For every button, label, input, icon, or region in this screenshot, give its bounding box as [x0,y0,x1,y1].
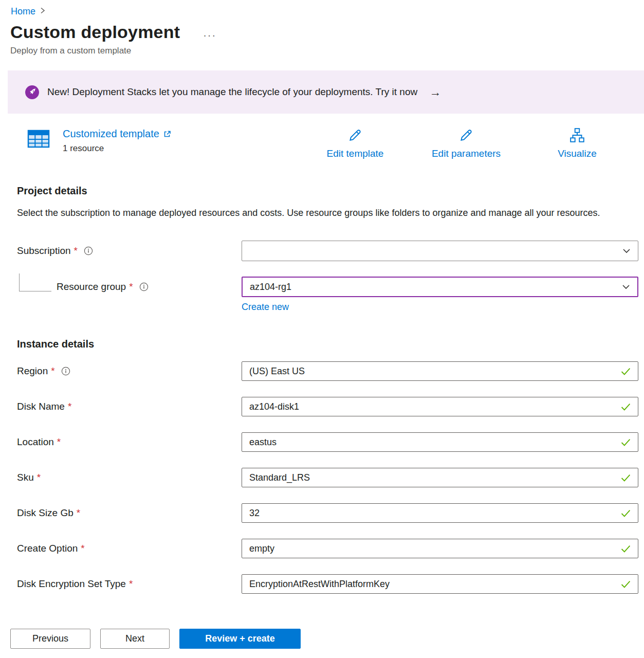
flowchart-icon [569,127,585,143]
chevron-down-icon [622,283,630,290]
breadcrumb: Home [0,0,644,17]
valid-check-icon [621,474,631,482]
create-new-link[interactable]: Create new [242,302,289,313]
disk-name-label: Disk Name [17,401,65,412]
valid-check-icon [621,368,631,375]
rocket-icon [25,85,40,100]
disk-encryption-set-type-input[interactable]: EncryptionAtRestWithPlatformKey [242,574,638,594]
edit-template-label: Edit template [314,148,396,159]
region-value: (US) East US [249,366,305,377]
valid-check-icon [621,438,631,446]
required-marker: * [51,365,54,377]
disk-size-value: 32 [249,508,260,519]
required-marker: * [57,436,61,448]
required-marker: * [37,472,41,483]
info-icon[interactable] [61,367,70,376]
valid-check-icon [621,403,631,411]
valid-check-icon [621,509,631,517]
required-marker: * [129,281,133,293]
project-details-description: Select the subscription to manage deploy… [17,205,608,221]
required-marker: * [77,507,80,519]
create-option-value: empty [249,543,274,554]
visualize-button[interactable]: Visualize [536,127,618,159]
pencil-icon [347,127,363,143]
chevron-right-icon [40,6,46,17]
valid-check-icon [621,580,631,588]
instance-details-heading: Instance details [17,338,638,350]
sku-value: Standard_LRS [249,472,310,483]
next-button[interactable]: Next [100,629,170,649]
custom-deployment-page: Home Custom deployment ··· Deploy from a… [0,0,644,658]
pencil-icon [458,127,474,143]
disk-encryption-set-type-label: Disk Encryption Set Type [17,578,126,590]
create-option-input[interactable]: empty [242,539,638,558]
required-marker: * [129,578,133,590]
required-marker: * [81,543,84,554]
subscription-dropdown[interactable] [242,241,638,261]
location-input[interactable]: eastus [242,432,638,452]
region-label: Region [17,365,48,377]
more-menu-button[interactable]: ··· [203,25,216,40]
disk-size-input[interactable]: 32 [242,503,638,523]
required-marker: * [68,401,71,412]
arrow-right-icon: → [429,85,441,99]
banner-text: New! Deployment Stacks let you manage th… [47,86,417,98]
info-icon[interactable] [139,282,149,291]
region-input[interactable]: (US) East US [242,361,638,381]
breadcrumb-home-link[interactable]: Home [11,6,35,17]
resource-group-label: Resource group [57,281,126,293]
template-name-label: Customized template [63,128,159,140]
customized-template-link[interactable]: Customized template [63,128,171,140]
create-option-label: Create Option [17,543,78,554]
tree-connector-line [19,273,51,291]
deployment-stacks-banner[interactable]: New! Deployment Stacks let you manage th… [8,70,644,114]
edit-template-button[interactable]: Edit template [314,127,396,159]
location-value: eastus [249,437,277,448]
resource-group-dropdown[interactable]: az104-rg1 [242,277,638,297]
page-subtitle: Deploy from a custom template [10,46,644,56]
footer-bar: Previous Next Review + create [0,619,644,658]
info-icon[interactable] [84,246,93,255]
disk-encryption-set-type-value: EncryptionAtRestWithPlatformKey [249,579,390,590]
external-link-icon [163,130,171,138]
page-title: Custom deployment [10,22,180,42]
sku-label: Sku [17,472,34,483]
disk-name-input[interactable]: az104-disk1 [242,397,638,416]
resource-count: 1 resource [63,143,171,154]
template-icon [27,127,50,154]
sku-input[interactable]: Standard_LRS [242,468,638,487]
project-details-heading: Project details [17,185,644,197]
disk-size-label: Disk Size Gb [17,507,73,519]
visualize-label: Visualize [536,148,618,159]
required-marker: * [74,245,78,257]
review-create-button[interactable]: Review + create [179,629,301,649]
resource-group-value: az104-rg1 [250,282,291,293]
subscription-label: Subscription [17,245,71,257]
edit-parameters-button[interactable]: Edit parameters [425,127,507,159]
valid-check-icon [621,545,631,553]
edit-parameters-label: Edit parameters [425,148,507,159]
chevron-down-icon [622,247,631,254]
disk-name-value: az104-disk1 [249,401,299,412]
location-label: Location [17,436,54,448]
previous-button[interactable]: Previous [10,629,90,649]
